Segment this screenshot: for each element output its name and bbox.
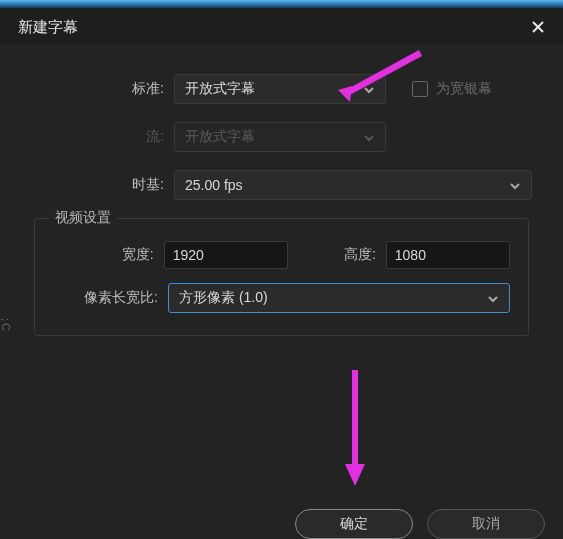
select-par-value: 方形像素 (1.0) <box>179 289 268 307</box>
input-height-value: 1080 <box>395 247 426 263</box>
button-row: 确定 取消 <box>295 509 545 539</box>
dialog-body: 标准: 开放式字幕 为宽银幕 流: 开放式字幕 时基: 25.00 fps <box>0 44 563 356</box>
label-width: 宽度: <box>53 246 164 264</box>
checkbox-widescreen-label: 为宽银幕 <box>436 80 492 98</box>
chevron-down-icon <box>363 129 375 145</box>
row-stream: 流: 开放式字幕 <box>24 122 539 152</box>
label-par: 像素长宽比: <box>53 289 168 307</box>
select-standard-value: 开放式字幕 <box>185 80 255 98</box>
annotation-arrow-bottom <box>343 370 367 492</box>
chevron-down-icon <box>487 290 499 306</box>
input-height[interactable]: 1080 <box>386 241 510 269</box>
dialog-title: 新建字幕 <box>18 18 78 37</box>
svg-rect-4 <box>352 370 358 466</box>
input-width-value: 1920 <box>173 247 204 263</box>
chevron-down-icon <box>509 177 521 193</box>
select-stream: 开放式字幕 <box>174 122 386 152</box>
label-standard: 标准: <box>24 80 174 98</box>
fieldset-video: 视频设置 宽度: 1920 高度: 1080 像素长宽比: 方形像素 (1.0) <box>34 218 529 336</box>
select-stream-value: 开放式字幕 <box>185 128 255 146</box>
cancel-button-label: 取消 <box>472 515 500 533</box>
side-hint-text: ;C <box>0 318 12 333</box>
label-height: 高度: <box>332 246 386 264</box>
select-timebase[interactable]: 25.00 fps <box>174 170 532 200</box>
svg-marker-5 <box>345 464 365 486</box>
checkbox-widescreen-wrap: 为宽银幕 <box>412 80 492 98</box>
title-bar: 新建字幕 <box>0 8 563 44</box>
select-standard[interactable]: 开放式字幕 <box>174 74 386 104</box>
checkbox-widescreen[interactable] <box>412 81 428 97</box>
chevron-down-icon <box>363 81 375 97</box>
input-width[interactable]: 1920 <box>164 241 288 269</box>
window-top-edge <box>0 0 563 8</box>
close-icon <box>531 20 545 34</box>
row-par: 像素长宽比: 方形像素 (1.0) <box>53 283 510 313</box>
label-timebase: 时基: <box>24 176 174 194</box>
row-dimensions: 宽度: 1920 高度: 1080 <box>53 241 510 269</box>
select-timebase-value: 25.00 fps <box>185 177 243 193</box>
ok-button[interactable]: 确定 <box>295 509 413 539</box>
close-button[interactable] <box>527 16 549 38</box>
ok-button-label: 确定 <box>340 515 368 533</box>
fieldset-video-legend: 视频设置 <box>49 209 117 227</box>
cancel-button[interactable]: 取消 <box>427 509 545 539</box>
row-standard: 标准: 开放式字幕 为宽银幕 <box>24 74 539 104</box>
row-timebase: 时基: 25.00 fps <box>24 170 539 200</box>
label-stream: 流: <box>24 128 174 146</box>
select-par[interactable]: 方形像素 (1.0) <box>168 283 510 313</box>
